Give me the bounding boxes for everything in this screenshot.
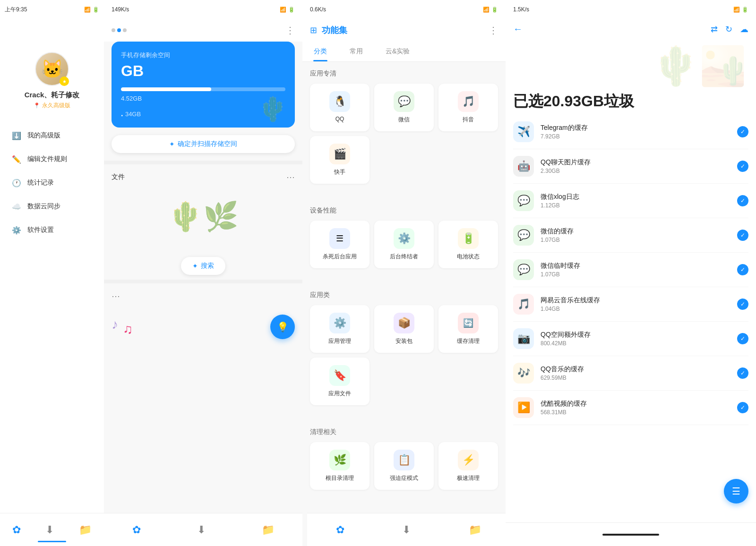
qq-space-name: QQ空间额外缓存 [541, 331, 730, 339]
wyy-size: 1.04GB [541, 306, 730, 312]
wyy-check[interactable]: ✓ [737, 299, 748, 310]
youku-name: 优酷视频的缓存 [541, 400, 730, 408]
star-icon-3: ⬇ [402, 524, 411, 536]
storage-gb: GB [121, 62, 285, 80]
junk-item-qq-chat[interactable]: 🤖 QQ聊天图片缓存 2.30GB ✓ [513, 149, 748, 184]
nav-star-btn-2[interactable]: ⬇ [193, 520, 209, 540]
func-item-qq[interactable]: 🐧 QQ [310, 84, 369, 131]
tab-cloud[interactable]: 云&实验 [374, 42, 421, 61]
nav-indicator-1 [38, 541, 66, 542]
swap-icon[interactable]: ⇄ [711, 24, 718, 34]
func-item-battery[interactable]: 🔋 电池状态 [438, 221, 498, 268]
func-item-rootclean[interactable]: 🌿 根目录清理 [310, 442, 369, 490]
folder-icon-3: 📁 [469, 524, 481, 536]
sidebar-item-stats[interactable]: 🕐 统计记录 [0, 171, 104, 195]
more-icon-2[interactable]: ⋮ [285, 25, 295, 36]
status-bar-2: 149K/s 📶 🔋 [104, 0, 302, 19]
nav-download-btn-1[interactable]: ⬇ [42, 520, 58, 540]
bottom-bar-4 [506, 522, 756, 546]
nav-fan-btn-2[interactable]: ✿ [129, 520, 145, 540]
tab-category[interactable]: 分类 [302, 42, 338, 61]
func-item-wechat[interactable]: 💬 微信 [374, 84, 434, 131]
func-item-kill[interactable]: ☰ 杀死后台应用 [310, 221, 369, 268]
wx-cache-info: 微信的缓存 1.07GB [541, 227, 730, 243]
func-grid-clean: 🌿 根目录清理 📋 强迫症模式 ⚡ 极速清理 [310, 442, 498, 490]
func-item-douyin[interactable]: 🎵 抖音 [438, 84, 498, 131]
junk-item-qq-music[interactable]: 🎶 QQ音乐的缓存 629.59MB ✓ [513, 356, 748, 391]
qq-space-size: 800.42MB [541, 340, 730, 347]
nav-star-btn-3[interactable]: ⬇ [398, 520, 414, 540]
qq-music-check[interactable]: ✓ [737, 367, 748, 379]
search-button[interactable]: ✦ 搜索 [181, 257, 225, 275]
wx-temp-check[interactable]: ✓ [737, 264, 748, 275]
nav-folder-btn-3[interactable]: 📁 [465, 520, 485, 540]
sidebar-item-settings[interactable]: ⚙️ 软件设置 [0, 218, 104, 242]
wx-cache-check[interactable]: ✓ [737, 230, 748, 241]
fast-icon: ⚡ [458, 450, 479, 470]
junk-item-wx-xlog[interactable]: 💬 微信xlog日志 1.12GB ✓ [513, 184, 748, 218]
func-item-kuaishou[interactable]: 🎬 快手 [310, 136, 369, 184]
wx-temp-app-icon: 💬 [513, 259, 534, 280]
nav-folder-btn-1[interactable]: 📁 [75, 520, 95, 540]
confirm-checkmark-icon: ✦ [169, 140, 175, 148]
wx-xlog-check[interactable]: ✓ [737, 195, 748, 206]
fab-button[interactable]: ☰ [724, 479, 748, 503]
func-item-force[interactable]: 📋 强迫症模式 [374, 442, 434, 490]
file-preview-area: 🌵🌿 [112, 188, 295, 245]
func-item-apk[interactable]: 📦 安装包 [374, 305, 434, 353]
backend-label: 后台终结者 [390, 253, 418, 261]
more-icon-3[interactable]: ⋮ [489, 25, 498, 36]
refresh-icon[interactable]: ↻ [725, 24, 732, 34]
dot-3 [123, 28, 127, 32]
junk-item-youku[interactable]: ▶️ 优酷视频的缓存 568.31MB ✓ [513, 391, 748, 425]
sidebar-item-rules[interactable]: ✏️ 编辑文件规则 [0, 147, 104, 171]
panel2-header: ⋮ [104, 19, 302, 42]
panel4-header: ← ⇄ ↻ ☁ [506, 19, 756, 39]
telegram-check[interactable]: ✓ [737, 126, 748, 137]
back-button[interactable]: ← [513, 24, 523, 34]
tab-common[interactable]: 常用 [338, 42, 374, 61]
qq-chat-check[interactable]: ✓ [737, 161, 748, 172]
junk-item-wx-cache[interactable]: 💬 微信的缓存 1.07GB ✓ [513, 218, 748, 253]
junk-item-wyy[interactable]: 🎵 网易云音乐在线缓存 1.04GB ✓ [513, 287, 748, 322]
nav-fan-btn-3[interactable]: ✿ [332, 520, 348, 540]
func-item-appmgr[interactable]: ⚙️ 应用管理 [310, 305, 369, 353]
confirm-scan-button[interactable]: ✦ 确定并扫描存储空间 [112, 135, 295, 153]
apk-label: 安装包 [395, 337, 412, 345]
music-more-btn[interactable]: ⋯ [112, 291, 120, 301]
appmgr-label: 应用管理 [328, 337, 351, 345]
func-grid-app-clean: 🐧 QQ 💬 微信 🎵 抖音 🎬 快手 [310, 84, 498, 184]
storage-card: 手机存储剩余空间 GB 4.52GB . 34GB 🌵 [112, 42, 295, 128]
wyy-app-icon: 🎵 [513, 294, 534, 315]
wx-cache-name: 微信的缓存 [541, 227, 730, 236]
junk-item-qq-space[interactable]: 📷 QQ空间额外缓存 800.42MB ✓ [513, 322, 748, 356]
junk-item-telegram[interactable]: ✈️ Telegram的缓存 7.92GB ✓ [513, 115, 748, 149]
wx-xlog-size: 1.12GB [541, 202, 730, 209]
section-divider-2 [104, 280, 302, 283]
func-item-cache[interactable]: 🔄 缓存清理 [438, 305, 498, 353]
kill-label: 杀死后台应用 [323, 253, 357, 261]
func-item-appfile[interactable]: 🔖 应用文件 [310, 358, 369, 405]
nav-fan-btn-1[interactable]: ✿ [9, 520, 25, 540]
sidebar-panel: 上午9:35 📶 🔋 🐱 ★ Crack、耗子修改 永久高级版 ⬇️ 我的高级版… [0, 0, 104, 546]
youku-app-icon: ▶️ [513, 397, 534, 418]
func-item-backend[interactable]: ⚙️ 后台终结者 [374, 221, 434, 268]
func-item-fast[interactable]: ⚡ 极速清理 [438, 442, 498, 490]
panel3-header: ⊞ 功能集 ⋮ [302, 19, 506, 42]
speed-3: 0.6K/s [310, 6, 326, 13]
status-bar-4: 1.5K/s 📶 🔋 [506, 0, 756, 19]
sidebar-item-cloud[interactable]: ☁️ 数据云同步 [0, 195, 104, 218]
section-title-apptype: 应用类 [310, 291, 498, 299]
youku-check[interactable]: ✓ [737, 402, 748, 413]
menu-list: ⬇️ 我的高级版 ✏️ 编辑文件规则 🕐 统计记录 ☁️ 数据云同步 ⚙️ 软件… [0, 124, 104, 242]
nav-folder-btn-2[interactable]: 📁 [258, 520, 278, 540]
floating-action-button[interactable]: 💡 [270, 315, 295, 339]
storage-bar [121, 87, 285, 91]
music-notes: ♪ ♫ [112, 317, 133, 337]
upload-icon[interactable]: ☁ [740, 24, 748, 34]
qq-space-check[interactable]: ✓ [737, 333, 748, 344]
file-more-btn[interactable]: ⋯ [286, 172, 295, 182]
sidebar-item-premium[interactable]: ⬇️ 我的高级版 [0, 124, 104, 147]
music-row: ♪ ♫ 💡 [104, 315, 302, 349]
junk-item-wx-temp[interactable]: 💬 微信临时缓存 1.07GB ✓ [513, 253, 748, 287]
